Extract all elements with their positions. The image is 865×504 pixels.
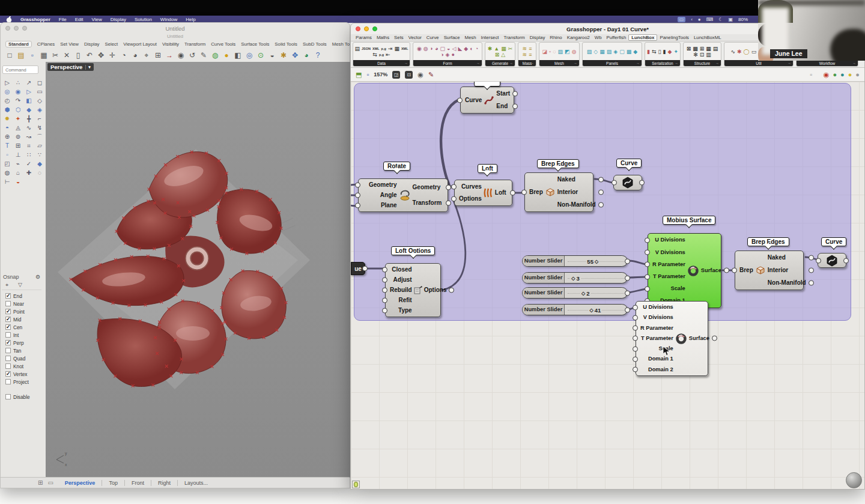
osnap-quad[interactable]: Quad (2, 354, 41, 362)
boolean-toggle[interactable]: ue (351, 262, 365, 275)
save-file-icon[interactable]: ▫ (366, 71, 369, 78)
palette-tool-icon-0[interactable]: ▷ (2, 79, 13, 87)
rhino-tool-icon-1[interactable]: ▤ (16, 51, 26, 59)
panels-group-icon-6[interactable]: ▩ (627, 49, 632, 55)
input-port-0[interactable]: U Divisions (640, 305, 673, 310)
macos-menu-5[interactable]: Solution (135, 17, 152, 22)
input-port-2[interactable]: Plane (363, 202, 397, 208)
form-group-icon-9[interactable]: ◐ (470, 46, 473, 52)
util-group-icon-2[interactable]: ◯ (744, 49, 750, 55)
viewport-tab-2[interactable]: Front (124, 480, 151, 486)
structure-group-icon-1[interactable]: ▩ (693, 46, 698, 52)
util-group-icon-3[interactable]: ▭ (751, 49, 757, 55)
gh-menu-tab-4[interactable]: Curve (424, 35, 442, 40)
rhino-tool-icon-7[interactable]: ↶ (84, 51, 95, 59)
number-slider-41[interactable]: Number Slider ◇41 (522, 304, 628, 315)
palette-tool-icon-36[interactable]: ◰ (2, 160, 13, 168)
palette-tool-icon-19[interactable]: ⌐ (34, 115, 45, 123)
form-group-icon-10[interactable]: ◔ (475, 46, 478, 52)
node-curve-endpoints[interactable]: Curve StartEnd (460, 87, 514, 114)
form-group-icon-7[interactable]: ◣ (458, 46, 462, 52)
canvas-status-icon-2[interactable]: ◉ (824, 71, 830, 79)
palette-tool-icon-17[interactable]: ✦ (13, 115, 23, 123)
palette-tool-icon-43[interactable]: ◌ (34, 169, 45, 177)
form-group-icon-1[interactable]: ◍ (423, 46, 428, 52)
util-group-icon-0[interactable]: ∿ (731, 49, 736, 55)
viewport-tab-0[interactable]: Perspective (58, 480, 102, 486)
mesh-group-icon-2[interactable]: ◌ (553, 49, 556, 55)
rhino-tool-icon-15[interactable]: ◉ (175, 51, 186, 59)
minimize-button[interactable] (364, 26, 369, 31)
input-port-3[interactable]: Refit (390, 297, 412, 303)
osnap-cen[interactable]: Cen (2, 323, 41, 331)
mesh-group-icon-0[interactable]: ◪ (542, 49, 548, 55)
osnap-disable[interactable]: Disable (2, 393, 41, 401)
data-group-icon-2[interactable]: XML (372, 46, 380, 52)
output-port-1[interactable]: Interior (557, 189, 596, 195)
rhino-tool-icon-17[interactable]: ✎ (198, 51, 209, 59)
palette-tool-icon-14[interactable]: ◆ (23, 106, 34, 114)
osnap-near[interactable]: Near (2, 300, 41, 308)
open-file-icon[interactable]: ⬒ (356, 71, 362, 79)
gh-menu-tab-3[interactable]: Vector (406, 35, 424, 40)
generate-group-icon-3[interactable]: ✂ (508, 46, 513, 52)
preview-eye-icon[interactable]: ◉ (417, 71, 423, 79)
gear-icon[interactable]: ⚙ (35, 274, 40, 280)
form-group-icon-12[interactable]: ◈ (446, 52, 450, 58)
panels-group-icon-3[interactable]: ▨ (607, 49, 612, 55)
serialization-group-icon-2[interactable]: ▯ (658, 49, 661, 55)
input-port-0[interactable]: Brep (529, 189, 543, 195)
palette-tool-icon-20[interactable]: ◓ (2, 124, 13, 132)
mass-group-icon-2[interactable]: ≋ (523, 52, 527, 58)
data-group-icon-3[interactable]: p,g (381, 46, 386, 52)
command-input[interactable] (2, 65, 38, 74)
data-group-icon-1[interactable]: JSON (362, 46, 371, 52)
input-port-1[interactable]: Adjust (390, 277, 412, 283)
palette-tool-icon-41[interactable]: ⌂ (13, 169, 23, 177)
status-dot-icon[interactable]: ● (698, 17, 701, 22)
slider-track[interactable]: ◇2 (565, 288, 627, 298)
palette-tool-icon-40[interactable]: ◍ (2, 169, 13, 177)
zoom-button[interactable] (22, 26, 27, 31)
close-button[interactable] (5, 26, 10, 31)
canvas-status-icon-5[interactable]: ● (848, 71, 852, 78)
close-button[interactable] (356, 26, 360, 31)
rhino-tool-icon-14[interactable]: → (164, 51, 175, 59)
gh-menu-tab-1[interactable]: Maths (374, 35, 392, 40)
rhino-tab-8[interactable]: Curve Tools (211, 41, 235, 47)
camera-box-icon[interactable]: ▣ (728, 17, 733, 22)
serialization-group-icon-5[interactable]: ✦ (673, 49, 678, 55)
generate-group-icon-4[interactable]: ⊠ (495, 52, 500, 58)
canvas-status-icon-1[interactable]: ○ (816, 71, 820, 78)
macos-menu-7[interactable]: Help (186, 17, 195, 22)
palette-tool-icon-44[interactable]: ⊢ (2, 178, 13, 186)
gh-menu-tab-2[interactable]: Sets (392, 35, 406, 40)
output-port-1[interactable]: Transform (413, 200, 443, 206)
palette-tool-icon-11[interactable]: ◇ (34, 97, 45, 105)
gh-canvas[interactable]: Curve StartEnd Rotate GeometryAnglePlane… (351, 82, 864, 489)
generate-group-icon-2[interactable]: ▦ (501, 46, 506, 52)
rhino-tool-icon-13[interactable]: ⊞ (153, 51, 163, 59)
minimize-button[interactable] (14, 26, 19, 31)
palette-tool-icon-22[interactable]: ∿ (23, 124, 34, 132)
form-group-icon-0[interactable]: ◉ (417, 46, 422, 52)
palette-tool-icon-31[interactable]: ▱ (34, 142, 45, 150)
gh-menu-tab-10[interactable]: Rhino (547, 35, 564, 40)
input-port-6[interactable]: Domain 2 (640, 367, 673, 372)
mesh-group-icon-1[interactable]: ▫ (549, 49, 551, 55)
rhino-tool-icon-18[interactable]: ◍ (210, 51, 220, 59)
mass-group-icon-0[interactable]: ≋ (523, 46, 527, 52)
screen-share-icon[interactable]: ▭ (678, 17, 686, 22)
chevron-left-icon[interactable]: ‹ (691, 17, 693, 22)
palette-tool-icon-35[interactable]: ∵ (34, 151, 45, 159)
structure-group-icon-0[interactable]: ⊠ (687, 46, 691, 52)
viewport-tab-3[interactable]: Right (151, 480, 177, 486)
output-port-0[interactable]: Loft (495, 190, 508, 196)
output-port-0[interactable]: Geometry (413, 184, 443, 190)
palette-tool-icon-7[interactable]: ▭ (34, 88, 45, 96)
rhino-tool-icon-12[interactable]: ⌖ (141, 51, 152, 59)
form-group-icon-5[interactable]: ◒ (447, 46, 450, 52)
rhino-tool-icon-11[interactable]: ◕ (130, 51, 141, 59)
rhino-tab-2[interactable]: Set View (60, 41, 79, 47)
number-slider-55[interactable]: Number Slider 55◇ (522, 255, 628, 267)
